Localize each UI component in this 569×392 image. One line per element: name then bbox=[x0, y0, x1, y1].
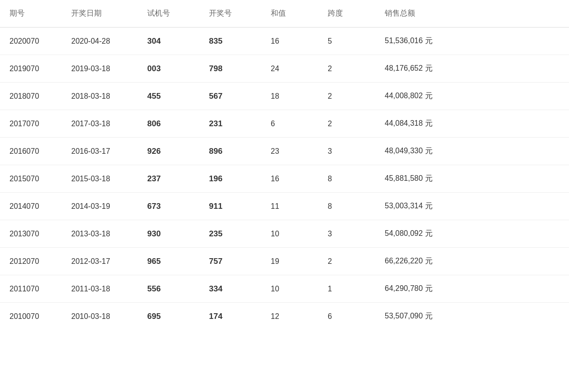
cell-kaijianghao: 567 bbox=[199, 83, 261, 110]
cell-date: 2011-03-18 bbox=[62, 275, 138, 303]
table-body: 20200702020-04-2830483516551,536,016 元20… bbox=[0, 28, 569, 330]
cell-xiaoshou: 44,008,802 元 bbox=[375, 83, 569, 110]
cell-hezhi: 10 bbox=[261, 275, 318, 303]
table-row: 20160702016-03-1792689623348,049,330 元 bbox=[0, 138, 569, 165]
cell-xiaoshou: 48,176,652 元 bbox=[375, 55, 569, 83]
cell-kaijianghao: 196 bbox=[199, 165, 261, 193]
cell-date: 2016-03-17 bbox=[62, 138, 138, 165]
cell-xiaoshou: 64,290,780 元 bbox=[375, 275, 569, 303]
cell-kuadu: 2 bbox=[318, 55, 375, 83]
cell-kaijianghao: 334 bbox=[199, 275, 261, 303]
cell-qihao: 2017070 bbox=[0, 110, 62, 138]
cell-hezhi: 12 bbox=[261, 303, 318, 330]
cell-kaijianghao: 174 bbox=[199, 303, 261, 330]
cell-shijihao: 806 bbox=[138, 110, 199, 138]
cell-kaijianghao: 235 bbox=[199, 220, 261, 248]
cell-date: 2015-03-18 bbox=[62, 165, 138, 193]
header-qihao: 期号 bbox=[0, 0, 62, 28]
cell-kuadu: 8 bbox=[318, 193, 375, 220]
cell-hezhi: 24 bbox=[261, 55, 318, 83]
table-row: 20190702019-03-1800379824248,176,652 元 bbox=[0, 55, 569, 83]
cell-hezhi: 11 bbox=[261, 193, 318, 220]
cell-kuadu: 3 bbox=[318, 138, 375, 165]
cell-xiaoshou: 48,049,330 元 bbox=[375, 138, 569, 165]
table-row: 20150702015-03-1823719616845,881,580 元 bbox=[0, 165, 569, 193]
table-row: 20120702012-03-1796575719266,226,220 元 bbox=[0, 248, 569, 275]
cell-kuadu: 6 bbox=[318, 303, 375, 330]
cell-qihao: 2014070 bbox=[0, 193, 62, 220]
cell-kuadu: 8 bbox=[318, 165, 375, 193]
header-date: 开奖日期 bbox=[62, 0, 138, 28]
cell-shijihao: 556 bbox=[138, 275, 199, 303]
cell-shijihao: 930 bbox=[138, 220, 199, 248]
lottery-table: 期号 开奖日期 试机号 开奖号 和值 跨度 销售总额 20200702020-0… bbox=[0, 0, 569, 330]
table-row: 20200702020-04-2830483516551,536,016 元 bbox=[0, 28, 569, 55]
cell-shijihao: 965 bbox=[138, 248, 199, 275]
cell-qihao: 2016070 bbox=[0, 138, 62, 165]
cell-date: 2020-04-28 bbox=[62, 28, 138, 55]
header-kaijianghao: 开奖号 bbox=[199, 0, 261, 28]
table-row: 20170702017-03-188062316244,084,318 元 bbox=[0, 110, 569, 138]
cell-xiaoshou: 44,084,318 元 bbox=[375, 110, 569, 138]
cell-hezhi: 19 bbox=[261, 248, 318, 275]
cell-kaijianghao: 757 bbox=[199, 248, 261, 275]
cell-kuadu: 3 bbox=[318, 220, 375, 248]
cell-kuadu: 2 bbox=[318, 83, 375, 110]
cell-date: 2018-03-18 bbox=[62, 83, 138, 110]
cell-kaijianghao: 798 bbox=[199, 55, 261, 83]
cell-hezhi: 23 bbox=[261, 138, 318, 165]
cell-xiaoshou: 53,507,090 元 bbox=[375, 303, 569, 330]
cell-kuadu: 2 bbox=[318, 248, 375, 275]
header-kuadu: 跨度 bbox=[318, 0, 375, 28]
cell-xiaoshou: 54,080,092 元 bbox=[375, 220, 569, 248]
cell-qihao: 2010070 bbox=[0, 303, 62, 330]
cell-qihao: 2011070 bbox=[0, 275, 62, 303]
header-hezhi: 和值 bbox=[261, 0, 318, 28]
cell-kuadu: 1 bbox=[318, 275, 375, 303]
cell-qihao: 2018070 bbox=[0, 83, 62, 110]
cell-hezhi: 6 bbox=[261, 110, 318, 138]
cell-xiaoshou: 66,226,220 元 bbox=[375, 248, 569, 275]
cell-kuadu: 2 bbox=[318, 110, 375, 138]
cell-date: 2013-03-18 bbox=[62, 220, 138, 248]
cell-qihao: 2019070 bbox=[0, 55, 62, 83]
header-xiaoshou: 销售总额 bbox=[375, 0, 569, 28]
cell-qihao: 2020070 bbox=[0, 28, 62, 55]
cell-shijihao: 455 bbox=[138, 83, 199, 110]
cell-hezhi: 16 bbox=[261, 165, 318, 193]
cell-shijihao: 304 bbox=[138, 28, 199, 55]
cell-qihao: 2015070 bbox=[0, 165, 62, 193]
table-row: 20110702011-03-1855633410164,290,780 元 bbox=[0, 275, 569, 303]
cell-date: 2019-03-18 bbox=[62, 55, 138, 83]
cell-qihao: 2012070 bbox=[0, 248, 62, 275]
table-row: 20130702013-03-1893023510354,080,092 元 bbox=[0, 220, 569, 248]
cell-kaijianghao: 896 bbox=[199, 138, 261, 165]
cell-date: 2010-03-18 bbox=[62, 303, 138, 330]
cell-kaijianghao: 835 bbox=[199, 28, 261, 55]
lottery-table-container: 期号 开奖日期 试机号 开奖号 和值 跨度 销售总额 20200702020-0… bbox=[0, 0, 569, 330]
cell-kaijianghao: 911 bbox=[199, 193, 261, 220]
cell-hezhi: 18 bbox=[261, 83, 318, 110]
cell-date: 2014-03-19 bbox=[62, 193, 138, 220]
cell-shijihao: 926 bbox=[138, 138, 199, 165]
cell-kuadu: 5 bbox=[318, 28, 375, 55]
cell-date: 2017-03-18 bbox=[62, 110, 138, 138]
cell-xiaoshou: 45,881,580 元 bbox=[375, 165, 569, 193]
table-header-row: 期号 开奖日期 试机号 开奖号 和值 跨度 销售总额 bbox=[0, 0, 569, 28]
cell-hezhi: 10 bbox=[261, 220, 318, 248]
cell-xiaoshou: 51,536,016 元 bbox=[375, 28, 569, 55]
table-row: 20140702014-03-1967391111853,003,314 元 bbox=[0, 193, 569, 220]
cell-shijihao: 237 bbox=[138, 165, 199, 193]
cell-xiaoshou: 53,003,314 元 bbox=[375, 193, 569, 220]
cell-qihao: 2013070 bbox=[0, 220, 62, 248]
header-shijihao: 试机号 bbox=[138, 0, 199, 28]
cell-shijihao: 673 bbox=[138, 193, 199, 220]
cell-shijihao: 695 bbox=[138, 303, 199, 330]
cell-kaijianghao: 231 bbox=[199, 110, 261, 138]
cell-hezhi: 16 bbox=[261, 28, 318, 55]
cell-date: 2012-03-17 bbox=[62, 248, 138, 275]
cell-shijihao: 003 bbox=[138, 55, 199, 83]
table-row: 20100702010-03-1869517412653,507,090 元 bbox=[0, 303, 569, 330]
table-row: 20180702018-03-1845556718244,008,802 元 bbox=[0, 83, 569, 110]
